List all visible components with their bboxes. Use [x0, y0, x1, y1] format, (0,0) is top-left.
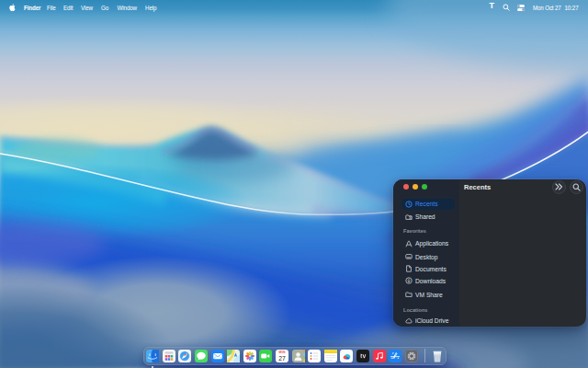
svg-text:27: 27	[278, 354, 286, 361]
svg-text:MON: MON	[279, 351, 286, 354]
